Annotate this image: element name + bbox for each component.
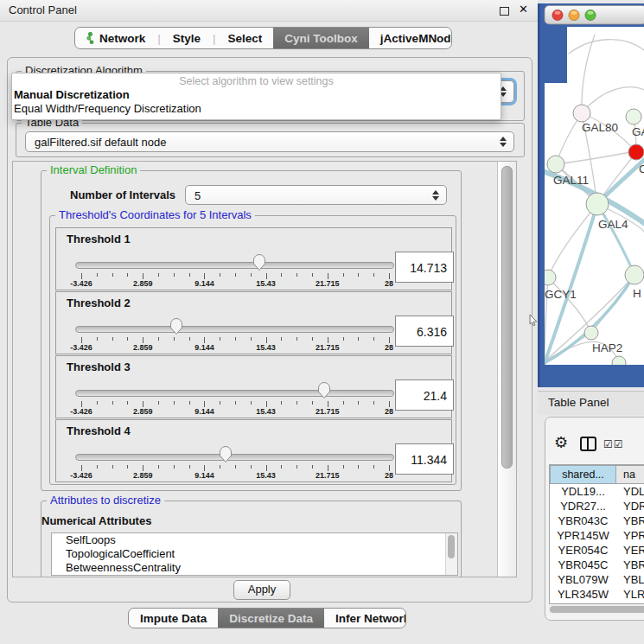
slider-tick (174, 401, 175, 405)
mouse-cursor (529, 314, 539, 327)
tab-style[interactable]: Style (162, 28, 212, 48)
network-icon (86, 32, 95, 44)
table-hscrollbar[interactable] (548, 604, 644, 615)
slider-thumb[interactable] (169, 317, 183, 335)
tab-discretize-data[interactable]: Discretize Data (218, 609, 324, 628)
network-node-h[interactable] (625, 265, 644, 284)
slider-tick (97, 273, 98, 277)
network-node-gal4[interactable] (586, 193, 609, 215)
tick-label: 9.144 (194, 471, 214, 480)
cell-shared-name: YBR043C (550, 513, 616, 528)
apply-button[interactable]: Apply (233, 580, 290, 600)
cell-shared-name: YDR27... (550, 499, 616, 513)
table-row[interactable]: YDL19...YDL1 (550, 484, 644, 499)
slider-tick (189, 401, 190, 405)
threshold-value-field[interactable]: 11.344 (395, 443, 454, 475)
close-icon[interactable]: ✕ (519, 3, 528, 16)
table-row[interactable]: YBR043CYBR0 (550, 513, 644, 528)
threshold-panel-2: Threshold 2-3.4262.8599.14415.4321.71528… (55, 291, 452, 354)
table-hscrollbar-thumb[interactable] (550, 606, 644, 613)
network-view[interactable]: GAL80GACGAL11GAL4GCY1HHAP2 (538, 0, 644, 391)
tab-jactivemnodules[interactable]: jActiveMNodules (369, 28, 452, 48)
settings-scrollbar[interactable] (497, 162, 516, 577)
settings-scrollbar-thumb[interactable] (501, 166, 513, 469)
slider-tick (296, 401, 297, 405)
table-row[interactable]: YPR145WYPR1 (550, 528, 644, 543)
slider-thumb[interactable] (317, 381, 331, 399)
tab-cyni-toolbox[interactable]: Cyni Toolbox (273, 28, 369, 48)
threshold-slider-track[interactable] (75, 454, 394, 461)
slider-tick (266, 273, 267, 279)
list-scrollbar-thumb[interactable] (448, 535, 455, 558)
traffic-light-highlight (571, 11, 577, 15)
num-intervals-combo[interactable]: 5 (185, 185, 447, 205)
threshold-value-field[interactable]: 6.316 (395, 316, 454, 347)
network-node-hap2[interactable] (584, 326, 598, 340)
threshold-value-field[interactable]: 14.713 (395, 252, 454, 283)
node-label: GAL4 (598, 218, 628, 231)
list-scrollbar[interactable] (445, 533, 457, 575)
algorithm-option-manual-discretization[interactable]: Manual Discretization (12, 88, 501, 102)
table-row[interactable]: YLR345WYLR3 (550, 587, 644, 602)
tab-network[interactable]: Network (75, 28, 156, 48)
slider-tick (112, 273, 113, 277)
tab-select[interactable]: Select (217, 28, 274, 48)
network-node-c[interactable] (628, 144, 644, 160)
settings-scroll-pane: Interval Definition Number of Intervals … (12, 161, 517, 577)
table-data-combo[interactable]: galFiltered.sif default node (25, 131, 514, 152)
algorithm-option-equal-width-frequency-discretization[interactable]: Equal Width/Frequency Discretization (12, 102, 501, 116)
slider-tick (251, 401, 252, 405)
slider-tick (127, 401, 128, 405)
table-row[interactable]: YBL079WYBL0 (550, 572, 644, 587)
slider-tick (373, 337, 374, 341)
table-row[interactable]: YDR27...YDR2 (550, 499, 644, 513)
column-header-2[interactable]: na (616, 465, 644, 484)
numerical-attributes-list[interactable]: SelfLoopsTopologicalCoefficientBetweenne… (51, 532, 458, 576)
slider-tick (112, 401, 113, 405)
column-header-1[interactable]: shared... (550, 465, 616, 484)
tab-impute-data[interactable]: Impute Data (129, 609, 218, 628)
threshold-title: Threshold 2 (67, 296, 131, 309)
network-node-ga[interactable] (626, 109, 641, 124)
algorithm-dropdown-items: Manual DiscretizationEqual Width/Frequen… (12, 88, 501, 116)
split-pane-icon[interactable] (580, 437, 596, 451)
attribute-item-selfloops[interactable]: SelfLoops (52, 533, 457, 547)
attribute-item-topologicalcoefficient[interactable]: TopologicalCoefficient (52, 547, 457, 561)
slider-tick (373, 401, 374, 405)
tick-label: 9.144 (194, 407, 214, 416)
algorithm-dropdown: Select algorithm to view settings Manual… (11, 73, 501, 120)
tick-label: 2.859 (133, 343, 153, 352)
slider-tick (220, 273, 220, 277)
slider-thumb[interactable] (219, 445, 233, 463)
slider-thumb[interactable] (252, 253, 266, 271)
table-row[interactable]: YER054CYER0 (550, 543, 644, 558)
float-icon[interactable] (500, 7, 509, 16)
slider-tick (235, 337, 236, 341)
threshold-value-field[interactable]: 21.4 (395, 379, 454, 411)
table-row[interactable]: YBR045CYBR0 (550, 558, 644, 572)
slider-tick (235, 273, 236, 277)
attribute-item-betweennesscentrality[interactable]: BetweennessCentrality (52, 561, 457, 575)
slider-tick (312, 273, 313, 277)
threshold-slider-track[interactable] (75, 262, 394, 269)
slider-tick (251, 337, 252, 341)
slider-tick (204, 273, 205, 279)
slider-tick (251, 465, 252, 469)
threshold-slider-track[interactable] (75, 326, 394, 333)
network-node-gal80[interactable] (573, 105, 590, 122)
slider-tick (220, 401, 220, 405)
slider-tick (389, 401, 390, 407)
slider-tick (266, 465, 267, 471)
slider-tick (97, 465, 98, 469)
tab-label: Discretize Data (229, 612, 313, 625)
network-node-gal11[interactable] (547, 156, 564, 173)
table-panel-title: Table Panel (548, 396, 609, 409)
threshold-slider-track[interactable] (75, 390, 394, 397)
gear-icon[interactable]: ⚙ (554, 433, 568, 452)
tab-infer-network[interactable]: Infer Network (324, 609, 406, 628)
slider-tick (158, 465, 159, 469)
control-panel-tabs: Network|Style|SelectCyni ToolboxjActiveM… (74, 27, 452, 49)
tick-label: -3.426 (70, 471, 92, 480)
slider-tick (220, 337, 220, 341)
column-checkboxes-icon[interactable]: ☑☑ (603, 438, 624, 450)
